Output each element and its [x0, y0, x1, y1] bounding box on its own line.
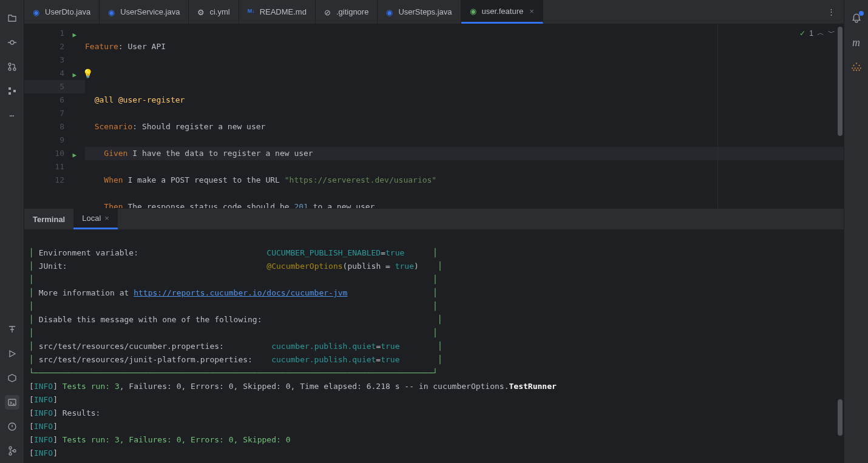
text: The response status code should be	[123, 202, 294, 208]
text: cucumber.publish.quiet	[271, 342, 376, 351]
tab-gitignore[interactable]: ⊘.gitignore	[316, 0, 378, 24]
tab-label: UserDto.java	[45, 7, 90, 16]
text: More information at	[39, 288, 134, 297]
java-icon: ◉	[108, 8, 117, 16]
code-content[interactable]: 💡Feature: User API @all @user-register S…	[85, 24, 844, 208]
right-toolbar: m	[844, 0, 868, 463]
text: INFO	[34, 395, 53, 404]
svg-point-18	[860, 67, 861, 69]
check-icon: ✓	[799, 29, 805, 38]
svg-rect-5	[8, 92, 11, 95]
svg-rect-6	[13, 90, 16, 92]
notification-badge	[859, 11, 864, 16]
line-number: 7	[59, 109, 64, 118]
tab-usersteps[interactable]: ◉UserSteps.java	[378, 0, 461, 24]
editor-scrollbar[interactable]	[838, 27, 843, 136]
run-icon[interactable]	[5, 346, 19, 361]
svg-point-19	[853, 70, 854, 71]
line-number: 2	[59, 42, 64, 51]
tabs-more-icon[interactable]: ⋮	[819, 0, 844, 24]
text: =	[381, 248, 385, 257]
more-icon[interactable]: ⋯	[5, 108, 19, 123]
line-number: 10	[55, 149, 64, 158]
svg-point-13	[853, 65, 854, 66]
problems-icon[interactable]	[5, 419, 19, 434]
java-icon: ◉	[386, 8, 395, 16]
line-number: 9	[59, 135, 64, 144]
main-area: ◉UserDto.java ◉UserService.java ⚙ci.yml …	[24, 0, 844, 463]
text: Results:	[63, 408, 101, 417]
tab-userdto[interactable]: ◉UserDto.java	[24, 0, 100, 24]
svg-point-12	[855, 63, 856, 64]
line-number: 5	[59, 82, 64, 91]
ignore-icon: ⊘	[324, 8, 333, 16]
bulb-icon[interactable]: 💡	[83, 67, 93, 80]
tab-readme[interactable]: M↓README.md	[239, 0, 316, 24]
terminal-tab-title[interactable]: Terminal	[24, 209, 73, 229]
text: TestRunner	[509, 382, 557, 391]
terminal-output[interactable]: │ Environment variable: CUCUMBER_PUBLISH…	[24, 229, 844, 463]
inspection-widget[interactable]: ✓1 ︿ ﹀	[799, 28, 835, 38]
terminal-icon[interactable]	[5, 395, 19, 410]
services-icon[interactable]	[5, 371, 19, 385]
text: true	[385, 248, 404, 257]
svg-point-1	[8, 63, 11, 66]
line-number: 3	[59, 55, 64, 64]
keyword: Then	[104, 202, 123, 208]
text: I have the data to register a new user	[127, 149, 313, 158]
bookmark-icon[interactable]	[5, 322, 19, 337]
svg-point-2	[8, 68, 11, 70]
github-icon: ⚙	[197, 8, 206, 16]
text: INFO	[34, 448, 53, 458]
svg-point-21	[858, 70, 860, 71]
text: CUCUMBER_PUBLISH_ENABLED	[266, 248, 381, 257]
text: I make a POST request to the URL	[123, 175, 285, 184]
tab-user-feature[interactable]: ◉user.feature×	[461, 0, 543, 24]
vcs-icon[interactable]	[5, 444, 19, 458]
tab-label: ci.yml	[209, 7, 229, 16]
editor-tabs: ◉UserDto.java ◉UserService.java ⚙ci.yml …	[24, 0, 844, 24]
project-icon[interactable]	[5, 11, 19, 25]
tab-userservice[interactable]: ◉UserService.java	[100, 0, 189, 24]
chevron-down-icon[interactable]: ﹀	[828, 28, 835, 38]
close-icon[interactable]: ×	[104, 214, 109, 223]
tab-label: user.feature	[482, 7, 524, 16]
tab-ci-yml[interactable]: ⚙ci.yml	[189, 0, 239, 24]
text: INFO	[34, 422, 53, 431]
svg-point-16	[854, 67, 855, 69]
code-editor[interactable]: 1▶ 2 3 4▶ 5 6 7 8 9 10▶ 11 12 💡Feature: …	[24, 24, 844, 208]
structure-icon[interactable]	[5, 84, 19, 98]
number: 201	[294, 202, 308, 208]
link[interactable]: https://reports.cucumber.io/docs/cucumbe…	[134, 288, 347, 297]
svg-point-17	[857, 67, 858, 69]
svg-point-0	[10, 41, 14, 44]
maven-icon[interactable]: m	[849, 35, 864, 50]
terminal-scrollbar[interactable]	[838, 399, 843, 436]
svg-point-20	[855, 70, 856, 71]
svg-point-14	[858, 65, 860, 66]
tab-label: README.md	[260, 7, 307, 16]
text: true	[395, 262, 414, 271]
pull-request-icon[interactable]	[5, 59, 19, 74]
md-icon: M↓	[248, 8, 256, 16]
close-icon[interactable]: ×	[529, 7, 534, 16]
column-guide	[717, 24, 718, 208]
notifications-icon[interactable]	[849, 11, 864, 25]
text: )	[414, 262, 419, 271]
text: (publish =	[343, 262, 395, 271]
text: INFO	[34, 408, 53, 417]
svg-point-10	[9, 453, 12, 455]
terminal-tabs: Terminal Local×	[24, 209, 844, 229]
chevron-up-icon[interactable]: ︿	[817, 28, 824, 38]
text: true	[381, 355, 399, 364]
commit-icon[interactable]	[5, 35, 19, 50]
label: Local	[82, 214, 101, 223]
line-number: 1	[59, 29, 64, 38]
terminal-tab-local[interactable]: Local×	[73, 209, 118, 229]
line-number: 4	[59, 69, 64, 78]
line-number: 12	[55, 175, 64, 184]
line-number: 11	[55, 162, 64, 171]
dependencies-icon[interactable]	[849, 59, 864, 74]
string: "https://serverest.dev/usuarios"	[285, 175, 436, 184]
label: Terminal	[33, 215, 65, 224]
